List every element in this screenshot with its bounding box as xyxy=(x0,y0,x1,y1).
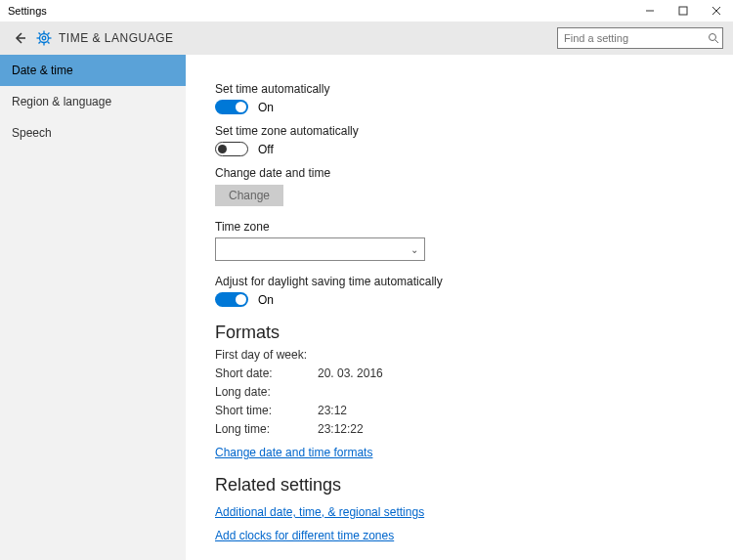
sidebar-item-region-language[interactable]: Region & language xyxy=(0,86,186,117)
header-bar: TIME & LANGUAGE xyxy=(0,22,733,55)
dst-label: Adjust for daylight saving time automati… xyxy=(215,275,713,288)
svg-line-14 xyxy=(39,42,41,44)
additional-settings-link[interactable]: Additional date, time, & regional settin… xyxy=(215,505,713,519)
add-clocks-link[interactable]: Add clocks for different time zones xyxy=(215,529,713,542)
set-time-auto-label: Set time automatically xyxy=(215,82,713,96)
current-datetime-text xyxy=(215,59,713,72)
sidebar-item-date-time[interactable]: Date & time xyxy=(0,55,186,86)
dst-state: On xyxy=(258,293,274,307)
format-row: First day of week: xyxy=(215,348,713,362)
chevron-down-icon: ⌄ xyxy=(410,244,418,255)
titlebar: Settings xyxy=(0,0,733,22)
minimize-button[interactable] xyxy=(633,0,667,22)
format-row: Short time:23:12 xyxy=(215,404,713,417)
set-time-auto-toggle[interactable] xyxy=(215,100,248,114)
sidebar: Date & time Region & language Speech xyxy=(0,55,186,560)
format-row: Long date: xyxy=(215,385,713,399)
set-tz-auto-toggle[interactable] xyxy=(215,142,248,156)
svg-point-5 xyxy=(40,34,49,43)
svg-line-12 xyxy=(48,42,50,44)
content-pane: Set time automatically On Set time zone … xyxy=(186,55,733,560)
svg-line-11 xyxy=(39,33,41,35)
search-input[interactable] xyxy=(558,32,705,44)
set-tz-auto-state: Off xyxy=(258,143,274,156)
related-heading: Related settings xyxy=(215,475,713,495)
formats-heading: Formats xyxy=(215,323,713,343)
maximize-button[interactable] xyxy=(667,0,700,22)
gear-icon xyxy=(35,29,53,47)
window-title: Settings xyxy=(0,5,47,17)
change-button[interactable]: Change xyxy=(215,185,283,206)
svg-line-13 xyxy=(48,33,50,35)
change-date-time-label: Change date and time xyxy=(215,166,713,180)
time-zone-dropdown[interactable]: ⌄ xyxy=(215,237,425,261)
svg-point-6 xyxy=(42,36,46,40)
change-formats-link[interactable]: Change date and time formats xyxy=(215,446,713,459)
svg-rect-1 xyxy=(679,7,687,15)
format-row: Long time:23:12:22 xyxy=(215,422,713,436)
dst-toggle[interactable] xyxy=(215,292,248,307)
time-zone-label: Time zone xyxy=(215,220,713,234)
svg-point-15 xyxy=(710,34,716,41)
set-time-auto-state: On xyxy=(258,101,274,114)
page-title: TIME & LANGUAGE xyxy=(59,31,174,45)
svg-line-16 xyxy=(715,40,718,43)
format-row: Short date:20. 03. 2016 xyxy=(215,366,713,380)
search-box[interactable] xyxy=(557,27,723,49)
back-button[interactable] xyxy=(10,28,29,48)
set-tz-auto-label: Set time zone automatically xyxy=(215,124,713,138)
close-button[interactable] xyxy=(700,0,733,22)
sidebar-item-speech[interactable]: Speech xyxy=(0,117,186,149)
search-icon[interactable] xyxy=(705,32,722,44)
